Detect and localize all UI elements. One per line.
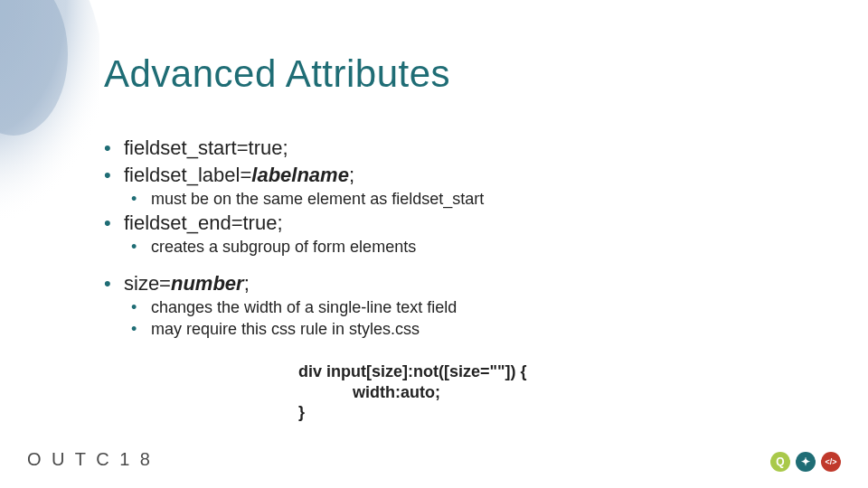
footer-icon-c: </> xyxy=(821,452,841,472)
text-segment: fieldset_label= xyxy=(124,164,251,186)
slide-content: fieldset_start=true; fieldset_label=labe… xyxy=(104,136,814,340)
italic-labelname: labelname xyxy=(251,164,349,186)
footer-logo: O U T C 1 8 xyxy=(27,449,153,470)
subbullet-css-rule: may require this css rule in styles.css xyxy=(131,319,814,340)
bullet-fieldset-label: fieldset_label=labelname; xyxy=(104,163,814,188)
svg-point-0 xyxy=(0,0,99,226)
text-segment: ; xyxy=(349,164,354,186)
footer-icons: Q ✦ </> xyxy=(770,452,841,472)
watercolor-decoration xyxy=(0,0,99,307)
bullet-fieldset-start: fieldset_start=true; xyxy=(104,136,814,161)
footer-icon-b: ✦ xyxy=(796,452,816,472)
subbullet-subgroup: creates a subgroup of form elements xyxy=(131,237,814,258)
text-segment: ; xyxy=(244,272,250,295)
italic-number: number xyxy=(171,272,244,295)
bullet-size: size=number; xyxy=(104,271,814,296)
bullet-fieldset-end: fieldset_end=true; xyxy=(104,211,814,236)
subbullet-width: changes the width of a single-line text … xyxy=(131,297,814,318)
subbullet-same-element: must be on the same element as fieldset_… xyxy=(131,189,814,210)
css-code-block: div input[size]:not([size=""]) { width:a… xyxy=(298,361,527,423)
slide-title: Advanced Attributes xyxy=(104,52,450,96)
text-segment: size= xyxy=(124,272,171,295)
footer-icon-a: Q xyxy=(770,452,790,472)
svg-point-1 xyxy=(0,0,68,136)
